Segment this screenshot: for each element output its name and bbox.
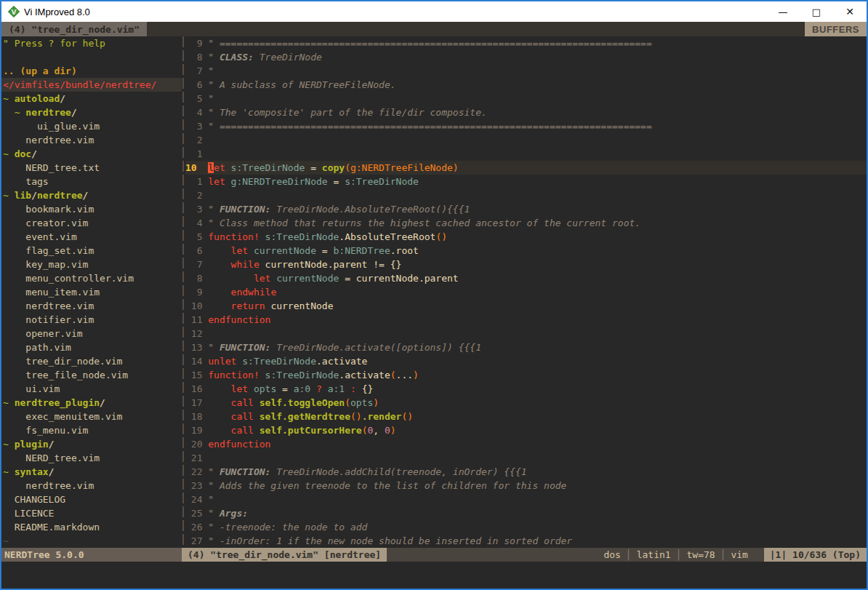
code-line[interactable]: 9" =====================================… xyxy=(185,36,867,50)
tree-item[interactable]: opener.vim xyxy=(1,327,182,340)
code-line[interactable]: 10let s:TreeDirNode = copy(g:NERDTreeFil… xyxy=(185,161,867,175)
tree-item[interactable]: ~ nerdtree/ xyxy=(1,105,182,119)
status-flag: latin1 xyxy=(637,548,671,562)
code-line[interactable]: 8" CLASS: TreeDirNode xyxy=(185,50,867,64)
tree-item[interactable]: event.vim xyxy=(1,230,182,244)
code-line[interactable]: 20endfunction xyxy=(185,437,867,451)
tree-item[interactable]: nerdtree.vim xyxy=(1,479,182,493)
code-line[interactable]: 2 xyxy=(185,133,867,147)
tree-item[interactable]: ui.vim xyxy=(1,382,182,396)
code-line[interactable]: 8 let currentNode = currentNode.parent xyxy=(185,271,867,285)
code-line[interactable]: 14unlet s:TreeDirNode.activate xyxy=(185,354,867,368)
code-line[interactable]: 13" FUNCTION: TreeDirNode.activate([opti… xyxy=(185,340,867,354)
status-flag: vim xyxy=(731,548,747,562)
code-line[interactable]: 5function! s:TreeDirNode.AbsoluteTreeRoo… xyxy=(185,230,867,244)
code-line[interactable]: 5" xyxy=(185,92,867,105)
tree-item[interactable]: " Press ? for help xyxy=(1,36,182,50)
tree-item[interactable]: .. (up a dir) xyxy=(1,64,182,78)
code-line[interactable]: 11endfunction xyxy=(185,313,867,327)
tree-item[interactable]: menu_controller.vim xyxy=(1,271,182,285)
tree-item[interactable]: ~ autoload/ xyxy=(1,92,182,105)
line-number: 8 xyxy=(185,271,202,285)
buffers-label[interactable]: BUFFERS xyxy=(805,22,867,36)
tree-item[interactable]: CHANGELOG xyxy=(1,493,182,506)
tree-item[interactable]: tags xyxy=(1,175,182,188)
code-line[interactable]: 1 xyxy=(185,147,867,161)
statusline-nerdtree-version: NERDTree 5.0.0 xyxy=(1,548,182,562)
tree-item[interactable]: path.vim xyxy=(1,340,182,354)
code-line[interactable]: 7" xyxy=(185,64,867,78)
close-button[interactable]: ✕ xyxy=(833,1,867,22)
code-line[interactable]: 3" =====================================… xyxy=(185,119,867,133)
code-line[interactable]: 1let g:NERDTreeDirNode = s:TreeDirNode xyxy=(185,175,867,188)
code-line[interactable]: 2 xyxy=(185,188,867,202)
code-line[interactable]: 18 call self.getNerdtree().render() xyxy=(185,410,867,423)
code-line[interactable]: 15function! s:TreeDirNode.activate(...) xyxy=(185,368,867,382)
line-number: 20 xyxy=(185,437,202,451)
code-line[interactable]: 6 let currentNode = b:NERDTree.root xyxy=(185,244,867,258)
tree-item[interactable]: fs_menu.vim xyxy=(1,423,182,437)
tree-item[interactable]: exec_menuitem.vim xyxy=(1,410,182,423)
code-line[interactable]: 16 let opts = a:0 ? a:1 : {} xyxy=(185,382,867,396)
tree-item[interactable]: ~ lib/nerdtree/ xyxy=(1,188,182,202)
status-flag-separator: │ xyxy=(715,548,731,562)
code-line[interactable]: 25" Args: xyxy=(185,506,867,520)
tree-item[interactable]: nerdtree.vim xyxy=(1,133,182,147)
code-line[interactable]: 24" xyxy=(185,493,867,506)
code-line[interactable]: 21 xyxy=(185,451,867,465)
code-line[interactable]: 10 return currentNode xyxy=(185,299,867,313)
status-flag: dos xyxy=(603,548,620,562)
line-number: 18 xyxy=(185,410,202,423)
code-line[interactable]: 12 xyxy=(185,327,867,340)
tree-item[interactable]: ~ nerdtree_plugin/ xyxy=(1,396,182,410)
tree-item[interactable]: notifier.vim xyxy=(1,313,182,327)
tree-item[interactable]: menu_item.vim xyxy=(1,285,182,299)
code-line[interactable]: 9 endwhile xyxy=(185,285,867,299)
tree-item[interactable]: NERD_tree.txt xyxy=(1,161,182,175)
status-flag-separator: │ xyxy=(671,548,687,562)
code-line[interactable]: 4" Class method that returns the highest… xyxy=(185,216,867,230)
line-number: 9 xyxy=(185,285,202,299)
code-line[interactable]: 19 call self.putCursorHere(0, 0) xyxy=(185,423,867,437)
line-number: 24 xyxy=(185,493,202,506)
code-line[interactable]: 23" Adds the given treenode to the list … xyxy=(185,479,867,493)
code-line[interactable]: 26" -treenode: the node to add xyxy=(185,520,867,534)
code-line[interactable]: 4" The 'composite' part of the file/dir … xyxy=(185,105,867,119)
line-number: 22 xyxy=(185,465,202,479)
tree-item[interactable]: tree_file_node.vim xyxy=(1,368,182,382)
tree-item[interactable]: ~ plugin/ xyxy=(1,437,182,451)
line-number: 1 xyxy=(185,147,202,161)
code-line[interactable]: 6" A subclass of NERDTreeFileNode. xyxy=(185,78,867,92)
tree-item[interactable] xyxy=(1,50,182,64)
line-number: 10 xyxy=(185,299,202,313)
minimize-button[interactable]: — xyxy=(766,1,800,22)
maximize-button[interactable]: □ xyxy=(800,1,833,22)
line-number: 17 xyxy=(185,396,202,410)
tab-tree-dir-node[interactable]: (4) "tree_dir_node.vim" xyxy=(1,22,147,36)
tree-item[interactable]: flag_set.vim xyxy=(1,244,182,258)
tree-item[interactable]: nerdtree.vim xyxy=(1,299,182,313)
statusline-flags: dos│latin1│tw=78│vim xyxy=(387,548,764,562)
line-number: 25 xyxy=(185,506,202,520)
tree-item[interactable]: ~ doc/ xyxy=(1,147,182,161)
code-line[interactable]: 27" -inOrder: 1 if the new node should b… xyxy=(185,534,867,548)
tree-item[interactable]: ~ xyxy=(1,534,182,548)
tree-item[interactable]: NERD_tree.vim xyxy=(1,451,182,465)
tree-item[interactable]: tree_dir_node.vim xyxy=(1,354,182,368)
command-line[interactable] xyxy=(1,562,867,589)
vim-logo-icon: V xyxy=(8,6,20,17)
code-line[interactable]: 7 while currentNode.parent != {} xyxy=(185,258,867,271)
code-line[interactable]: 17 call self.toggleOpen(opts) xyxy=(185,396,867,410)
tree-item[interactable]: LICENCE xyxy=(1,506,182,520)
tree-item[interactable]: key_map.vim xyxy=(1,258,182,271)
tree-item[interactable]: bookmark.vim xyxy=(1,202,182,216)
code-line[interactable]: 22" FUNCTION: TreeDirNode.addChild(treen… xyxy=(185,465,867,479)
line-number: 2 xyxy=(185,188,202,202)
tree-item[interactable]: </vimfiles/bundle/nerdtree/ xyxy=(1,78,182,92)
tree-item[interactable]: creator.vim xyxy=(1,216,182,230)
tabline: (4) "tree_dir_node.vim" BUFFERS xyxy=(1,22,867,36)
tree-item[interactable]: ~ syntax/ xyxy=(1,465,182,479)
tree-item[interactable]: README.markdown xyxy=(1,520,182,534)
tree-item[interactable]: ui_glue.vim xyxy=(1,119,182,133)
code-line[interactable]: 3" FUNCTION: TreeDirNode.AbsoluteTreeRoo… xyxy=(185,202,867,216)
